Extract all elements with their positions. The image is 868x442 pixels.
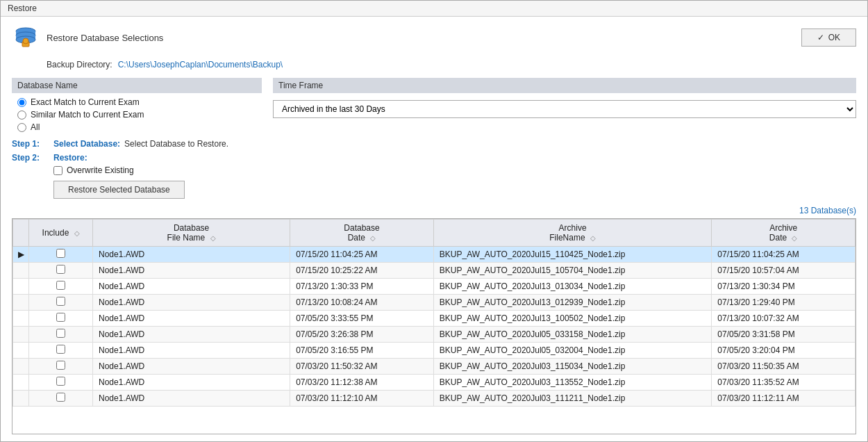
table-row[interactable]: ▶Node1.AWD07/15/20 11:04:25 AMBKUP_AW_AU… bbox=[13, 247, 856, 263]
main-window: Restore Res bbox=[0, 0, 868, 442]
table-row[interactable]: Node1.AWD07/05/20 3:16:55 PMBKUP_AW_AUTO… bbox=[13, 343, 856, 359]
table-row[interactable]: Node1.AWD07/03/20 11:50:32 AMBKUP_AW_AUT… bbox=[13, 359, 856, 375]
col-archive-date: 07/13/20 1:30:34 PM bbox=[712, 279, 856, 295]
row-include-checkbox[interactable] bbox=[56, 377, 65, 386]
row-indicator bbox=[13, 359, 29, 375]
col-db-file-name: Node1.AWD bbox=[93, 375, 290, 391]
overwrite-checkbox[interactable] bbox=[53, 166, 62, 175]
col-db-file-name: Node1.AWD bbox=[93, 359, 290, 375]
ok-label: OK bbox=[828, 33, 840, 42]
col-include-cell bbox=[29, 247, 93, 263]
row-indicator bbox=[13, 311, 29, 327]
sort-archive-icon: ◇ bbox=[590, 234, 596, 242]
col-db-date: 07/05/20 3:33:55 PM bbox=[290, 311, 434, 327]
sort-archdate-icon: ◇ bbox=[792, 234, 797, 242]
row-indicator bbox=[13, 295, 29, 311]
row-include-checkbox[interactable] bbox=[56, 393, 65, 402]
col-archive-date: 07/13/20 1:29:40 PM bbox=[712, 295, 856, 311]
radio-exact-input[interactable] bbox=[17, 98, 26, 107]
th-db-date[interactable]: DatabaseDate ◇ bbox=[290, 220, 434, 247]
col-db-date: 07/03/20 11:12:10 AM bbox=[290, 391, 434, 407]
step2-title: Restore: bbox=[53, 153, 87, 163]
table-row[interactable]: Node1.AWD07/05/20 3:26:38 PMBKUP_AW_AUTO… bbox=[13, 327, 856, 343]
col-archive-date: 07/15/20 11:04:25 AM bbox=[712, 247, 856, 263]
radio-exact[interactable]: Exact Match to Current Exam bbox=[17, 97, 262, 107]
col-include-cell bbox=[29, 327, 93, 343]
sort-include-icon: ◇ bbox=[74, 229, 80, 237]
col-db-date: 07/15/20 10:25:22 AM bbox=[290, 263, 434, 279]
col-db-date: 07/13/20 10:08:24 AM bbox=[290, 295, 434, 311]
row-include-checkbox[interactable] bbox=[56, 345, 65, 354]
col-db-file-name: Node1.AWD bbox=[93, 279, 290, 295]
col-archive-file-name: BKUP_AW_AUTO_2020Jul13_013034_Node1.zip bbox=[433, 279, 711, 295]
sort-dbdate-icon: ◇ bbox=[370, 234, 376, 242]
backup-dir-value: C:\Users\JosephCaplan\Documents\Backup\ bbox=[118, 60, 283, 69]
step1-desc: Select Database to Restore. bbox=[124, 139, 228, 149]
row-indicator bbox=[13, 343, 29, 359]
col-archive-date: 07/03/20 11:12:11 AM bbox=[712, 391, 856, 407]
ok-button[interactable]: ✓ OK bbox=[801, 28, 856, 47]
th-archive-filename[interactable]: ArchiveFileName ◇ bbox=[433, 220, 711, 247]
results-table: Include ◇ DatabaseFile Name ◇ DatabaseDa… bbox=[12, 219, 856, 407]
col-include-cell bbox=[29, 279, 93, 295]
col-db-date: 07/15/20 11:04:25 AM bbox=[290, 247, 434, 263]
table-container[interactable]: Include ◇ DatabaseFile Name ◇ DatabaseDa… bbox=[12, 219, 856, 434]
row-indicator bbox=[13, 327, 29, 343]
col-archive-file-name: BKUP_AW_AUTO_2020Jul05_032004_Node1.zip bbox=[433, 343, 711, 359]
db-count-row: 13 Database(s) bbox=[12, 206, 856, 215]
col-db-date: 07/03/20 11:12:38 AM bbox=[290, 375, 434, 391]
col-archive-file-name: BKUP_AW_AUTO_2020Jul05_033158_Node1.zip bbox=[433, 327, 711, 343]
overwrite-row: Overwrite Existing bbox=[53, 165, 856, 175]
row-indicator bbox=[13, 391, 29, 407]
col-db-file-name: Node1.AWD bbox=[93, 311, 290, 327]
col-db-date: 07/03/20 11:50:32 AM bbox=[290, 359, 434, 375]
radio-similar-input[interactable] bbox=[17, 110, 26, 120]
row-include-checkbox[interactable] bbox=[56, 249, 65, 258]
col-archive-file-name: BKUP_AW_AUTO_2020Jul03_111211_Node1.zip bbox=[433, 391, 711, 407]
table-row[interactable]: Node1.AWD07/13/20 10:08:24 AMBKUP_AW_AUT… bbox=[13, 295, 856, 311]
col-include-cell bbox=[29, 343, 93, 359]
col-include-cell bbox=[29, 391, 93, 407]
table-row[interactable]: Node1.AWD07/03/20 11:12:38 AMBKUP_AW_AUT… bbox=[13, 375, 856, 391]
th-indicator bbox=[13, 220, 29, 247]
row-include-checkbox[interactable] bbox=[56, 297, 65, 306]
radio-similar[interactable]: Similar Match to Current Exam bbox=[17, 110, 262, 120]
timeframe-header: Time Frame bbox=[273, 78, 856, 93]
row-indicator: ▶ bbox=[13, 247, 29, 263]
table-row[interactable]: Node1.AWD07/13/20 1:30:33 PMBKUP_AW_AUTO… bbox=[13, 279, 856, 295]
radio-similar-label: Similar Match to Current Exam bbox=[31, 110, 144, 120]
checkmark-icon: ✓ bbox=[817, 33, 824, 42]
col-include-cell bbox=[29, 311, 93, 327]
row-include-checkbox[interactable] bbox=[56, 313, 65, 322]
step1-label: Step 1: bbox=[12, 139, 53, 149]
col-archive-date: 07/13/20 10:07:32 AM bbox=[712, 311, 856, 327]
row-include-checkbox[interactable] bbox=[56, 281, 65, 290]
table-body: ▶Node1.AWD07/15/20 11:04:25 AMBKUP_AW_AU… bbox=[13, 247, 856, 407]
db-name-header: Database Name bbox=[12, 78, 262, 93]
step2-label: Step 2: bbox=[12, 153, 53, 163]
th-db-file-name[interactable]: DatabaseFile Name ◇ bbox=[93, 220, 290, 247]
th-archive-date[interactable]: ArchiveDate ◇ bbox=[712, 220, 856, 247]
db-count: 13 Database(s) bbox=[799, 206, 856, 215]
table-row[interactable]: Node1.AWD07/15/20 10:25:22 AMBKUP_AW_AUT… bbox=[13, 263, 856, 279]
title-bar: Restore bbox=[1, 1, 867, 17]
backup-dir-row: Backup Directory: C:\Users\JosephCaplan\… bbox=[47, 60, 856, 69]
col-db-date: 07/05/20 3:16:55 PM bbox=[290, 343, 434, 359]
row-include-checkbox[interactable] bbox=[56, 329, 65, 338]
table-row[interactable]: Node1.AWD07/05/20 3:33:55 PMBKUP_AW_AUTO… bbox=[13, 311, 856, 327]
radio-all[interactable]: All bbox=[17, 122, 262, 132]
restore-selected-button[interactable]: Restore Selected Database bbox=[53, 181, 185, 199]
timeframe-select[interactable]: Archived in the last 30 Days Archived in… bbox=[273, 100, 856, 118]
database-icon bbox=[12, 24, 40, 51]
col-archive-date: 07/15/20 10:57:04 AM bbox=[712, 263, 856, 279]
row-include-checkbox[interactable] bbox=[56, 361, 65, 370]
row-indicator bbox=[13, 279, 29, 295]
col-db-file-name: Node1.AWD bbox=[93, 263, 290, 279]
col-db-file-name: Node1.AWD bbox=[93, 343, 290, 359]
table-row[interactable]: Node1.AWD07/03/20 11:12:10 AMBKUP_AW_AUT… bbox=[13, 391, 856, 407]
row-include-checkbox[interactable] bbox=[56, 265, 65, 274]
radio-all-input[interactable] bbox=[17, 123, 26, 132]
th-include[interactable]: Include ◇ bbox=[29, 220, 93, 247]
window-title: Restore bbox=[8, 3, 37, 13]
steps-section: Step 1: Select Database: Select Database… bbox=[12, 139, 856, 199]
